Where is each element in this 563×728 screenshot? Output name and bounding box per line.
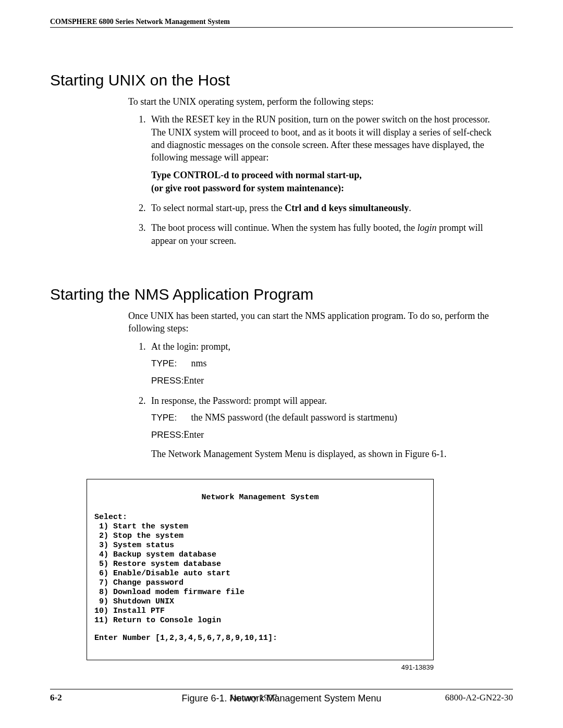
press-line-2: PRESS:Enter [151,428,492,441]
menu-item-2: 2) Stop the system [94,532,426,541]
press-enter: Enter [183,375,204,386]
running-header: COMSPHERE 6800 Series Network Management… [50,18,513,27]
menu-item-9: 9) Shutdown UNIX [94,597,426,607]
section-heading-nms: Starting the NMS Application Program [50,286,513,303]
section1-intro: To start the UNIX operating system, perf… [128,95,492,108]
section2-intro: Once UNIX has been started, you can star… [128,310,492,335]
menu-item-10: 10) Install PTF [94,607,426,616]
step2-pre: To select normal start-up, press the [151,203,285,213]
menu-item-8: 8) Download modem firmware file [94,588,426,597]
type-line-2: TYPE: the NMS password (the default pass… [151,411,492,424]
type-label: TYPE: [151,358,189,370]
step2-2-result: The Network Management System Menu is di… [151,448,492,460]
press-enter-2: Enter [183,429,204,440]
type-nms: nms [191,358,207,368]
figure-code: 491-13839 [50,663,434,671]
menu-item-1: 1) Start the system [94,522,426,532]
menu-item-6: 6) Enable/Disable auto start [94,569,426,578]
step2-bold: Ctrl and d keys simultaneously [285,203,409,213]
press-label: PRESS: [151,376,183,386]
step-2-1: At the login: prompt, TYPE: nms PRESS:En… [148,340,492,387]
section1-steps: With the RESET key in the RUN position, … [148,113,492,247]
footer-doc: 6800-A2-GN22-30 [445,693,513,703]
step-2-2: In response, the Password: prompt will a… [148,394,492,460]
header-rule [50,27,513,28]
section2-steps: At the login: prompt, TYPE: nms PRESS:En… [148,340,492,461]
press-label-2: PRESS: [151,430,183,440]
menu-prompt: Enter Number [1,2,3,4,5,6,7,8,9,10,11]: [94,634,426,643]
menu-item-11: 11) Return to Console login [94,616,426,625]
page-footer: 6-2 January 1997 6800-A2-GN22-30 [50,689,513,703]
step3-pre: The boot process will continue. When the… [151,223,418,233]
step2-post: . [409,203,411,213]
step-2: To select normal start-up, press the Ctr… [148,202,492,214]
footer-page: 6-2 [50,693,62,703]
step1-body: With the RESET key in the RUN position, … [151,114,492,163]
type-line-1: TYPE: nms [151,357,492,370]
step-3: The boot process will continue. When the… [148,221,492,247]
step1-msg-line2: (or give root password for system mainte… [151,182,492,194]
type-password: the NMS password (the default password i… [191,412,397,423]
page: COMSPHERE 6800 Series Network Management… [0,0,563,728]
figure-title: Network Management System [94,493,426,502]
step2-2-body: In response, the Password: prompt will a… [151,396,327,406]
menu-item-4: 4) Backup system database [94,550,426,560]
press-line-1: PRESS:Enter [151,374,492,387]
step2-1-body: At the login: prompt, [151,341,230,352]
menu-item-5: 5) Restore system database [94,560,426,569]
menu-select: Select: [94,513,426,522]
menu-item-3: 3) System status [94,541,426,550]
section-heading-unix: Starting UNIX on the Host [50,71,513,89]
figure-box: Network Management System Select: 1) Sta… [87,479,434,660]
step3-ital: login [418,223,437,233]
type-label-2: TYPE: [151,412,189,424]
step-1: With the RESET key in the RUN position, … [148,113,492,194]
menu-item-7: 7) Change password [94,578,426,588]
step1-msg-line1: Type CONTROL-d to proceed with normal st… [151,169,492,181]
footer-date: January 1997 [62,693,445,703]
